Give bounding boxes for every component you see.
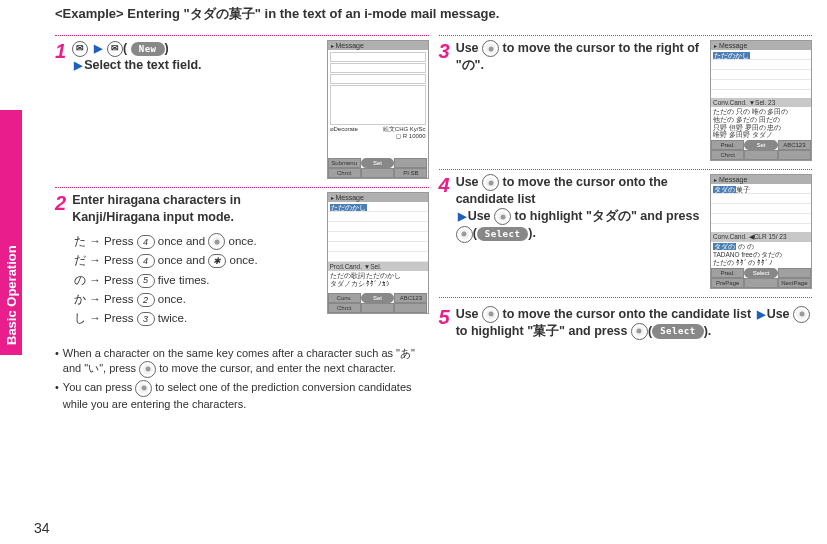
step-number-4: 4: [439, 174, 450, 196]
dpad-icon: [482, 40, 499, 57]
step-number-1: 1: [55, 40, 66, 62]
key-star: ✱: [208, 254, 226, 268]
side-tab-decoration: [0, 110, 22, 235]
dpad-icon: [482, 174, 499, 191]
divider: [55, 187, 429, 188]
dpad-icon: [494, 208, 511, 225]
divider: [55, 35, 429, 36]
dpad-icon: [793, 306, 810, 323]
nav-triangle-icon: ▶: [458, 210, 466, 222]
step2-keystrokes: た → Press 4 once and once. だ → Press 4 o…: [74, 232, 318, 328]
select-pill: Select: [477, 227, 529, 241]
dpad-icon: [631, 323, 648, 340]
key-2: 2: [137, 293, 155, 307]
mail-icon: [107, 41, 123, 57]
dpad-icon: [482, 306, 499, 323]
step2-notes: • When a character on the same key comes…: [55, 346, 429, 412]
divider: [439, 297, 813, 298]
step-number-3: 3: [439, 40, 450, 62]
step-number-5: 5: [439, 306, 450, 328]
key-4: 4: [137, 235, 155, 249]
phone-screenshot-4: Message タダの菓子 Conv.Cand. ◀CLR 15/ 23 タダの…: [710, 174, 812, 288]
key-4: 4: [137, 254, 155, 268]
nav-triangle-icon: ▶: [757, 308, 765, 320]
dpad-icon: [456, 226, 473, 243]
step2-title: Enter hiragana characters in Kanji/Hirag…: [72, 192, 318, 226]
new-pill: New: [131, 42, 165, 56]
page-number: 34: [34, 520, 50, 536]
side-tab: Basic Operation: [0, 110, 22, 390]
step1-select-text: Select the text field.: [84, 58, 201, 72]
dpad-icon: [139, 361, 156, 378]
key-3: 3: [137, 312, 155, 326]
select-pill: Select: [652, 324, 704, 338]
divider: [439, 35, 813, 36]
nav-triangle-icon: ▶: [74, 59, 82, 71]
key-5: 5: [137, 274, 155, 288]
nav-triangle-icon: ▶: [94, 42, 102, 54]
example-header: <Example> Entering "タダの菓子" in the text o…: [55, 5, 812, 23]
mail-icon: [72, 41, 88, 57]
phone-screenshot-1: Message ⌀Decorate 絵文CHG Ky/Sc ◻ R 10000: [327, 40, 429, 179]
phone-screenshot-3: Message ただのかし Conv.Cand. ▼Sel. 23 ただの 只の…: [710, 40, 812, 161]
phone-screenshot-2: Message ただのかし Prcd.Cand. ▼Sel. ただの歌詞 ただの…: [327, 192, 429, 314]
step-number-2: 2: [55, 192, 66, 214]
dpad-icon: [208, 233, 225, 250]
dpad-icon: [135, 380, 152, 397]
divider: [439, 169, 813, 170]
side-tab-label: Basic Operation: [0, 235, 22, 355]
